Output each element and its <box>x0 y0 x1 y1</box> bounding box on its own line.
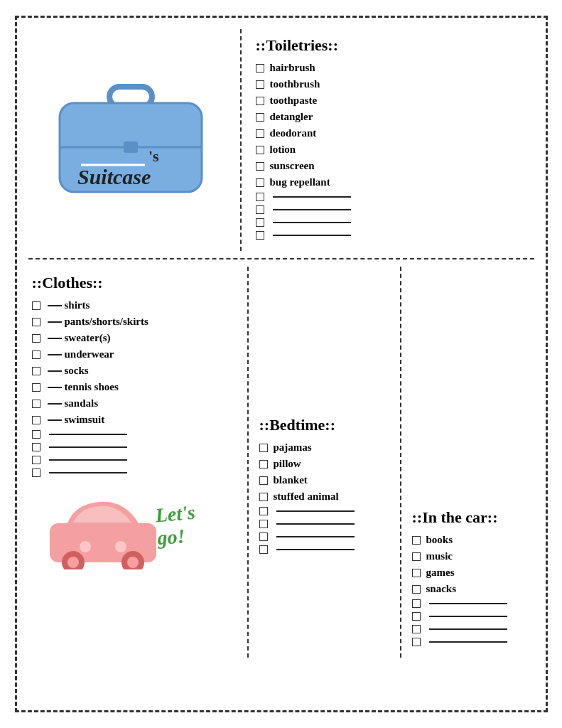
car-item: snacks <box>412 583 531 595</box>
checkbox[interactable] <box>256 129 264 138</box>
checkbox[interactable] <box>256 205 264 214</box>
checkbox[interactable] <box>412 569 421 577</box>
prefix-line <box>48 305 62 306</box>
svg-point-12 <box>80 541 91 552</box>
blank-line <box>49 459 127 461</box>
checkbox[interactable] <box>259 520 268 528</box>
item-label: detangler <box>270 111 313 123</box>
car-item: books <box>412 534 531 546</box>
blank-line <box>273 209 351 210</box>
checkbox[interactable] <box>259 460 268 469</box>
blank-line <box>276 536 355 537</box>
checkbox[interactable] <box>259 507 268 515</box>
svg-text:'s: 's <box>148 147 159 165</box>
checkbox[interactable] <box>412 625 421 633</box>
clothes-item: socks <box>32 365 237 377</box>
checkbox[interactable] <box>32 318 40 326</box>
checkbox[interactable] <box>256 146 264 154</box>
blank-line <box>49 446 127 448</box>
blank-line <box>273 196 351 198</box>
checkbox[interactable] <box>259 476 268 485</box>
suitcase-icon: 's Suitcase <box>49 83 212 197</box>
checkbox[interactable] <box>259 532 268 541</box>
bedtime-item: blanket <box>259 474 393 486</box>
main-section: ::Clothes:: shirtspants/shorts/skirtsswe… <box>28 267 534 658</box>
checkbox[interactable] <box>32 456 40 464</box>
car-item: music <box>412 550 531 562</box>
toiletry-item: detangler <box>256 111 527 123</box>
svg-point-9 <box>67 557 79 568</box>
bedtime-list: pajamaspillowblanketstuffed animal <box>259 441 393 554</box>
clothes-blank-item <box>32 430 237 439</box>
clothes-item: sweater(s) <box>32 332 237 344</box>
item-label: lotion <box>270 144 296 156</box>
checkbox[interactable] <box>32 469 40 477</box>
checkbox[interactable] <box>256 162 264 171</box>
checkbox[interactable] <box>412 599 421 608</box>
item-label: swimsuit <box>65 414 105 426</box>
top-section: 's Suitcase ::Toiletries:: hairbrushtoot… <box>28 29 534 259</box>
checkbox[interactable] <box>412 638 421 646</box>
checkbox[interactable] <box>32 334 40 343</box>
bedtime-section: ::Bedtime:: pajamaspillowblanketstuffed … <box>249 267 401 658</box>
toiletry-blank-item <box>256 231 527 240</box>
item-label: socks <box>65 365 89 377</box>
checkbox[interactable] <box>256 193 264 201</box>
toiletry-item: bug repellant <box>256 176 527 188</box>
checkbox[interactable] <box>32 416 40 424</box>
toiletry-item: toothpaste <box>256 95 527 107</box>
toiletry-item: toothbrush <box>256 78 527 90</box>
checkbox[interactable] <box>32 367 40 375</box>
checkbox[interactable] <box>259 545 268 554</box>
checkbox[interactable] <box>259 444 268 452</box>
checkbox[interactable] <box>256 64 264 73</box>
svg-text:Suitcase: Suitcase <box>77 165 151 188</box>
prefix-line <box>48 370 62 372</box>
blank-line <box>49 434 127 435</box>
clothes-blank-item <box>32 456 237 464</box>
checkbox[interactable] <box>256 231 264 240</box>
car-item: games <box>412 567 531 579</box>
item-label: pillow <box>274 458 301 470</box>
checkbox[interactable] <box>259 493 268 501</box>
page: 's Suitcase ::Toiletries:: hairbrushtoot… <box>15 16 548 712</box>
checkbox[interactable] <box>412 612 421 621</box>
item-label: toothpaste <box>270 95 318 107</box>
clothes-item: shirts <box>32 299 237 311</box>
bedtime-blank-item <box>259 545 393 554</box>
checkbox[interactable] <box>32 350 40 359</box>
checkbox[interactable] <box>32 400 40 408</box>
checkbox[interactable] <box>412 585 421 594</box>
checkbox[interactable] <box>32 443 40 451</box>
item-label: pajamas <box>274 441 312 454</box>
prefix-line <box>48 419 62 421</box>
svg-rect-3 <box>124 141 138 153</box>
clothes-item: sandals <box>32 397 237 410</box>
item-label: toothbrush <box>270 78 320 90</box>
checkbox[interactable] <box>256 113 264 122</box>
clothes-item: swimsuit <box>32 414 237 426</box>
toiletries-title: ::Toiletries:: <box>256 36 527 55</box>
bedtime-item: stuffed animal <box>259 491 393 503</box>
checkbox[interactable] <box>256 80 264 89</box>
clothes-list: shirtspants/shorts/skirtssweater(s)under… <box>32 299 237 477</box>
prefix-line <box>48 403 62 405</box>
toiletries-section: ::Toiletries:: hairbrushtoothbrushtoothp… <box>242 29 534 251</box>
checkbox[interactable] <box>256 178 264 187</box>
checkbox[interactable] <box>32 383 40 392</box>
checkbox[interactable] <box>32 430 40 439</box>
bedtime-blank-item <box>259 532 393 541</box>
checkbox[interactable] <box>32 301 40 310</box>
checkbox[interactable] <box>412 552 421 561</box>
suitcase-area: 's Suitcase <box>28 29 242 251</box>
car-blank-item <box>412 625 531 633</box>
checkbox[interactable] <box>256 97 264 105</box>
checkbox[interactable] <box>256 218 264 227</box>
prefix-line <box>48 338 62 339</box>
checkbox[interactable] <box>412 536 421 545</box>
right-col: ::In the car:: booksmusicgamessnacks <box>401 267 534 658</box>
bedtime-item: pajamas <box>259 441 393 454</box>
toiletry-item: lotion <box>256 144 527 156</box>
car-icon <box>46 491 160 569</box>
toiletry-blank-item <box>256 193 527 201</box>
